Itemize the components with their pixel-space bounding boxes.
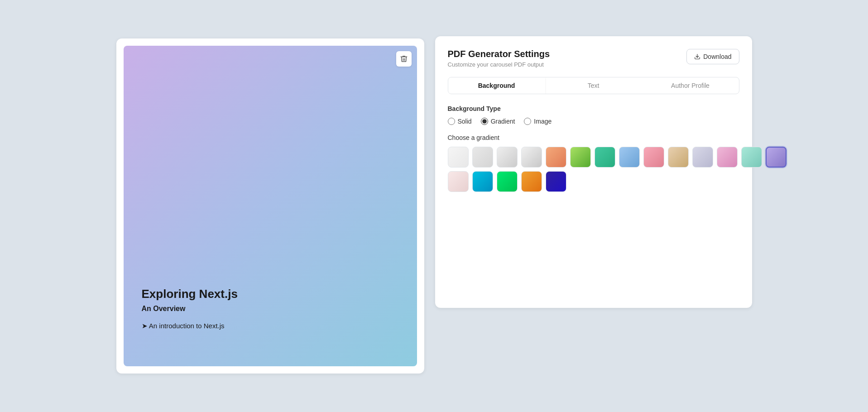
main-container: Exploring Next.js An Overview ➤ An intro…	[0, 0, 868, 412]
radio-image[interactable]: Image	[524, 118, 551, 125]
slide-bullet: ➤ An introduction to Next.js	[142, 322, 238, 330]
radio-solid-input[interactable]	[448, 118, 455, 125]
gradient-grid	[448, 147, 739, 192]
gradient-swatch-g7[interactable]	[595, 147, 615, 168]
radio-solid[interactable]: Solid	[448, 118, 472, 125]
gradient-swatch-g11[interactable]	[692, 147, 713, 168]
radio-gradient-input[interactable]	[481, 118, 488, 125]
radio-image-input[interactable]	[524, 118, 531, 125]
gradient-swatch-g16[interactable]	[472, 171, 493, 192]
radio-gradient-label: Gradient	[491, 118, 515, 125]
slide-content: Exploring Next.js An Overview ➤ An intro…	[124, 269, 256, 366]
tab-author-profile[interactable]: Author Profile	[642, 77, 739, 94]
gradient-swatch-g17[interactable]	[497, 171, 518, 192]
gradient-swatch-g5[interactable]	[546, 147, 566, 168]
radio-solid-label: Solid	[458, 118, 472, 125]
delete-button[interactable]	[396, 51, 412, 67]
tab-text[interactable]: Text	[545, 77, 642, 94]
settings-title-group: PDF Generator Settings Customize your ca…	[448, 49, 550, 68]
settings-title: PDF Generator Settings	[448, 49, 550, 59]
gradient-swatch-g10[interactable]	[668, 147, 689, 168]
gradient-swatch-g12[interactable]	[717, 147, 738, 168]
gradient-swatch-g4[interactable]	[521, 147, 542, 168]
settings-subtitle: Customize your carousel PDF output	[448, 61, 550, 68]
tab-bar: Background Text Author Profile	[448, 77, 739, 94]
gradient-swatch-g19[interactable]	[546, 171, 566, 192]
gradient-swatch-g3[interactable]	[497, 147, 518, 168]
settings-panel: PDF Generator Settings Customize your ca…	[435, 36, 752, 308]
gradient-swatch-g15[interactable]	[448, 171, 469, 192]
gradient-swatch-g18[interactable]	[521, 171, 542, 192]
gradient-swatch-g14[interactable]	[766, 147, 786, 168]
gradient-swatch-g1[interactable]	[448, 147, 469, 168]
radio-image-label: Image	[534, 118, 551, 125]
gradient-row-1	[448, 147, 739, 168]
radio-gradient[interactable]: Gradient	[481, 118, 515, 125]
gradient-row-2	[448, 171, 739, 192]
gradient-section-label: Choose a gradient	[448, 134, 739, 141]
download-icon	[694, 53, 700, 60]
slide-preview: Exploring Next.js An Overview ➤ An intro…	[124, 46, 417, 366]
gradient-swatch-g13[interactable]	[741, 147, 762, 168]
tab-background[interactable]: Background	[448, 77, 545, 94]
download-label: Download	[703, 53, 731, 60]
background-type-radio-group: Solid Gradient Image	[448, 118, 739, 125]
download-button[interactable]: Download	[686, 49, 739, 64]
gradient-swatch-g8[interactable]	[619, 147, 640, 168]
gradient-swatch-g6[interactable]	[570, 147, 591, 168]
trash-icon	[400, 55, 408, 63]
background-type-label: Background Type	[448, 105, 739, 112]
gradient-swatch-g9[interactable]	[643, 147, 664, 168]
gradient-swatch-g2[interactable]	[472, 147, 493, 168]
slide-title: Exploring Next.js	[142, 287, 238, 301]
slide-subtitle: An Overview	[142, 305, 238, 313]
settings-header: PDF Generator Settings Customize your ca…	[448, 49, 739, 68]
preview-panel: Exploring Next.js An Overview ➤ An intro…	[116, 38, 424, 374]
